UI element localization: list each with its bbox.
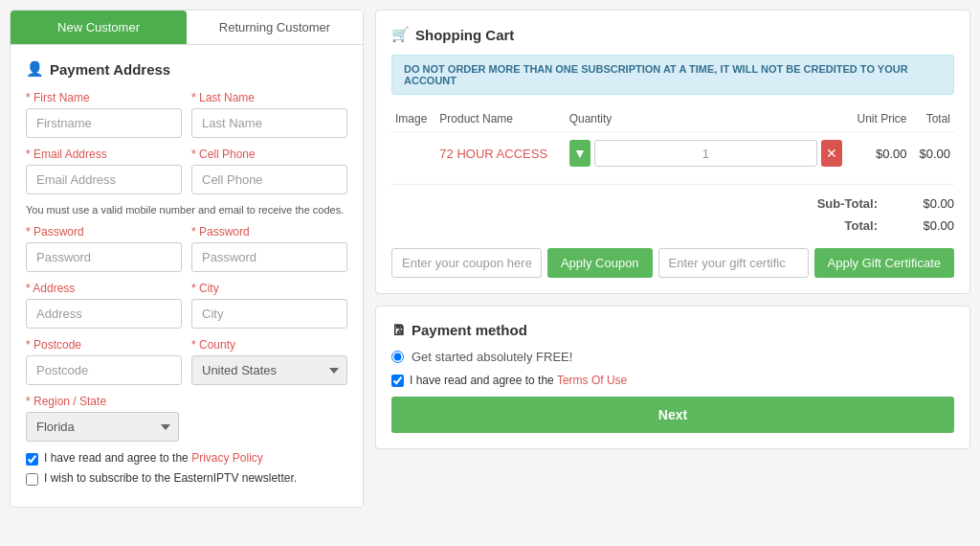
next-button[interactable]: Next <box>391 397 954 433</box>
total-value: $0.00 <box>897 218 954 233</box>
quantity-control: ▼ ✕ <box>569 140 843 167</box>
city-input[interactable] <box>191 299 347 329</box>
cell-phone-label: * Cell Phone <box>191 148 347 161</box>
newsletter-checkbox[interactable] <box>26 473 38 486</box>
free-option-radio[interactable] <box>391 351 404 363</box>
cart-alert: DO NOT ORDER MORE THAN ONE SUBSCRIPTION … <box>391 55 954 95</box>
item-unit-price: $0.00 <box>846 132 910 175</box>
user-icon: 👤 <box>26 60 44 78</box>
password-group: * Password <box>26 225 182 272</box>
newsletter-text: I wish to subscribe to the EasternIPTV n… <box>44 471 297 485</box>
tab-new-customer[interactable]: New Customer <box>11 11 187 44</box>
city-group: * City <box>191 282 347 329</box>
password-input[interactable] <box>26 242 182 272</box>
password-row: * Password * Password <box>26 225 347 272</box>
item-quantity: ▼ ✕ <box>566 132 847 175</box>
county-label: * County <box>191 338 347 352</box>
cell-phone-group: * Cell Phone <box>191 148 347 194</box>
email-group: * Email Address <box>26 148 182 194</box>
item-image <box>391 132 435 175</box>
address-input[interactable] <box>26 299 182 329</box>
cart-table: Image Product Name Quantity Unit Price T… <box>391 106 954 174</box>
confirm-password-input[interactable] <box>191 242 347 272</box>
free-option-label: Get started absolutely FREE! <box>412 350 572 364</box>
postcode-input[interactable] <box>26 355 182 385</box>
email-input[interactable] <box>26 165 182 194</box>
region-row: * Region / State Florida <box>26 395 347 442</box>
first-name-group: * First Name <box>26 91 182 138</box>
newsletter-row: I wish to subscribe to the EasternIPTV n… <box>26 471 347 486</box>
quantity-increase-button[interactable]: ✕ <box>821 140 842 167</box>
privacy-policy-text: I have read and agree to the Privacy Pol… <box>44 451 263 465</box>
total-label: Total: <box>845 218 878 233</box>
gift-cert-input[interactable] <box>658 248 809 278</box>
terms-row: I have read and agree to the Terms Of Us… <box>391 374 954 387</box>
last-name-label: * Last Name <box>191 91 347 104</box>
payment-option-free: Get started absolutely FREE! <box>391 350 954 364</box>
coupon-input[interactable] <box>391 248 542 278</box>
last-name-input[interactable] <box>191 108 347 138</box>
last-name-group: * Last Name <box>191 91 347 138</box>
right-panel: 🛒 Shopping Cart DO NOT ORDER MORE THAN O… <box>375 10 970 508</box>
postcode-label: * Postcode <box>26 338 182 352</box>
terms-text: I have read and agree to the Terms Of Us… <box>410 374 627 387</box>
apply-coupon-button[interactable]: Apply Coupon <box>547 248 653 278</box>
item-product-name: 72 HOUR ACCESS <box>435 132 565 175</box>
subtotal-row: Sub-Total: $0.00 <box>391 193 954 215</box>
warning-text: You must use a valid mobile number and e… <box>26 204 347 216</box>
payment-method-title: 🖺 Payment method <box>391 322 954 338</box>
first-name-label: * First Name <box>26 91 182 104</box>
table-row: 72 HOUR ACCESS ▼ ✕ $0.00 $0.00 <box>391 132 954 175</box>
confirm-password-label: * Password <box>191 225 347 239</box>
total-row: Total: $0.00 <box>391 215 954 237</box>
region-label: * Region / State <box>26 395 179 408</box>
coupon-gift-row: Apply Coupon Apply Gift Certificate <box>391 248 954 278</box>
region-group: * Region / State Florida <box>26 395 179 442</box>
country-select[interactable]: United States <box>191 355 347 385</box>
address-city-row: * Address * City <box>26 282 347 329</box>
postcode-county-row: * Postcode * County United States <box>26 338 347 385</box>
name-row: * First Name * Last Name <box>26 91 347 138</box>
city-label: * City <box>191 282 347 295</box>
address-group: * Address <box>26 282 182 329</box>
left-panel: New Customer Returning Customer 👤 Paymen… <box>10 10 364 508</box>
privacy-policy-row: I have read and agree to the Privacy Pol… <box>26 451 347 466</box>
tab-returning-customer[interactable]: Returning Customer <box>187 11 363 44</box>
cell-phone-input[interactable] <box>191 165 347 194</box>
apply-gift-button[interactable]: Apply Gift Certificate <box>814 248 955 278</box>
cart-title: 🛒 Shopping Cart <box>391 26 954 43</box>
email-label: * Email Address <box>26 148 182 161</box>
region-select[interactable]: Florida <box>26 412 179 442</box>
col-unit-price: Unit Price <box>846 106 910 132</box>
address-label: * Address <box>26 282 182 295</box>
privacy-policy-link[interactable]: Privacy Policy <box>191 451 263 465</box>
terms-link[interactable]: Terms Of Use <box>557 374 627 387</box>
cart-icon: 🛒 <box>391 26 410 43</box>
county-group: * County United States <box>191 338 347 385</box>
subtotal-value: $0.00 <box>897 196 954 211</box>
payment-address-title: 👤 Payment Address <box>26 60 347 78</box>
quantity-decrease-button[interactable]: ▼ <box>569 140 590 167</box>
terms-checkbox[interactable] <box>391 375 404 387</box>
quantity-input[interactable] <box>594 140 817 167</box>
col-quantity: Quantity <box>566 106 847 132</box>
payment-address-section: 👤 Payment Address * First Name * Last Na… <box>11 45 363 507</box>
item-total: $0.00 <box>911 132 954 175</box>
card-icon: 🖺 <box>391 322 406 338</box>
payment-method-section: 🖺 Payment method Get started absolutely … <box>375 306 970 449</box>
postcode-group: * Postcode <box>26 338 182 385</box>
subtotal-label: Sub-Total: <box>817 196 878 211</box>
col-image: Image <box>391 106 435 132</box>
email-phone-row: * Email Address * Cell Phone <box>26 148 347 194</box>
col-total: Total <box>911 106 954 132</box>
shopping-cart-section: 🛒 Shopping Cart DO NOT ORDER MORE THAN O… <box>375 10 970 294</box>
privacy-policy-checkbox[interactable] <box>26 453 38 466</box>
confirm-password-group: * Password <box>191 225 347 272</box>
col-product-name: Product Name <box>435 106 565 132</box>
first-name-input[interactable] <box>26 108 182 138</box>
password-label: * Password <box>26 225 182 239</box>
tabs-container: New Customer Returning Customer <box>11 11 363 45</box>
